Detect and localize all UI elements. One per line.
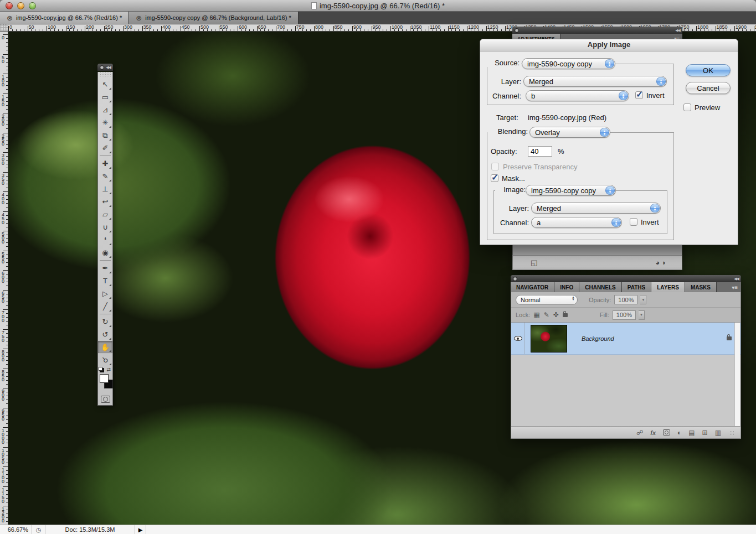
type-tool[interactable]: T (98, 274, 112, 287)
mask-layer-select[interactable]: Merged ▲▼ (531, 203, 661, 214)
preview-checkbox[interactable] (683, 103, 691, 111)
default-colors-icon[interactable] (100, 368, 104, 372)
lasso-tool[interactable]: ⊿ (98, 103, 112, 116)
layers-panel-header[interactable]: ◀◀ (511, 275, 741, 282)
lock-transparency-icon[interactable]: ▦ (533, 311, 539, 319)
panel-resize-grip[interactable] (729, 431, 734, 435)
ruler-minor-tick (6, 392, 8, 392)
expand-panel-icon[interactable]: ◱ (531, 258, 537, 267)
quick-selection-tool[interactable]: ✳ (98, 116, 112, 129)
pen-tool[interactable]: ✒ (98, 262, 112, 274)
mask-channel-select[interactable]: a ▲▼ (531, 217, 622, 228)
document-tab[interactable]: ⊗img-5590-copy.jpg @ 66.7% (Red/16) * (0, 12, 129, 24)
zoom-level-field[interactable]: 66.67% (0, 525, 32, 534)
tab-layers[interactable]: LAYERS (651, 282, 685, 292)
layer-opacity-field[interactable]: 100% (614, 295, 637, 304)
gradient-tool[interactable]: ∪ (98, 221, 112, 234)
tab-paths[interactable]: PATHS (622, 282, 651, 292)
layer-name[interactable]: Background (582, 335, 614, 342)
layer-style-icon[interactable]: fx (650, 429, 656, 436)
toggle-visibility-icon[interactable]: ◕ (655, 258, 660, 267)
rotate-3d-tool[interactable]: ↻ (98, 315, 112, 328)
lock-all-icon[interactable] (563, 313, 568, 317)
panel-close-icon[interactable] (515, 28, 519, 33)
ruler-tick (219, 26, 219, 31)
fill-dropdown-icon[interactable]: ▼ (639, 310, 645, 320)
source-channel-select[interactable]: b ▲▼ (526, 90, 629, 101)
adjustments-panel-header[interactable]: ◀◀ (512, 27, 682, 34)
tab-channels[interactable]: CHANNELS (579, 282, 622, 292)
ok-button[interactable]: OK (686, 64, 731, 76)
delete-layer-icon[interactable]: ▥ (715, 429, 721, 437)
mask-invert-checkbox[interactable] (630, 218, 637, 226)
tab-info[interactable]: INFO (554, 282, 579, 292)
opacity-input[interactable] (528, 146, 552, 157)
history-brush-tool[interactable]: ↩ (98, 195, 112, 208)
zoom-tool[interactable]: ⚲ (98, 354, 112, 366)
path-selection-tool[interactable]: ▷ (98, 287, 112, 300)
blur-tool[interactable]: ❛ (98, 234, 112, 246)
panel-collapse-icon[interactable]: ◀◀ (734, 277, 739, 281)
doc-size-field[interactable]: Doc: 15.3M/15.3M (45, 525, 135, 534)
line-tool[interactable]: ╱ (98, 300, 112, 313)
quick-mask-button[interactable] (101, 396, 110, 403)
foreground-color-swatch[interactable] (100, 374, 109, 383)
eraser-tool[interactable]: ▱ (98, 208, 112, 221)
clone-stamp-tool[interactable]: ⊥ (98, 183, 112, 195)
move-tool[interactable]: ↖ (98, 78, 112, 91)
lock-position-icon[interactable]: ✜ (553, 311, 559, 319)
ruler-label: 5 0 (2, 56, 4, 64)
cancel-button[interactable]: Cancel (686, 82, 731, 94)
toolbar-grip[interactable] (100, 72, 111, 77)
panel-close-icon[interactable] (100, 65, 104, 70)
ruler-minor-tick (6, 203, 8, 204)
ruler-label: 1 1 5 0 (2, 488, 4, 504)
tab-close-icon[interactable]: ⊗ (7, 14, 13, 22)
link-layers-icon[interactable]: ☍ (636, 429, 643, 437)
tab-masks[interactable]: MASKS (685, 282, 717, 292)
tab-navigator[interactable]: NAVIGATOR (511, 282, 554, 292)
panel-collapse-icon[interactable]: ◀◀ (106, 65, 111, 70)
layers-scrollbar[interactable] (734, 323, 740, 426)
ruler-minor-tick (6, 423, 8, 424)
hand-tool[interactable]: ✋ (98, 341, 112, 354)
panel-menu-icon[interactable]: ▾≡ (732, 284, 738, 291)
tab-close-icon[interactable]: ⊗ (136, 14, 142, 22)
layer-thumbnail[interactable] (531, 325, 567, 352)
source-invert-checkbox[interactable] (635, 91, 643, 99)
mask-image-select[interactable]: img-5590-copy copy ▲▼ (526, 185, 616, 196)
document-tab[interactable]: ⊗img-5590-copy copy @ 66.7% (Background,… (129, 12, 299, 24)
mask-checkbox[interactable] (491, 174, 498, 182)
swap-colors-icon[interactable]: ⇄ (106, 367, 111, 372)
new-adjustment-layer-icon[interactable]: ◐ (677, 429, 681, 437)
rectangular-marquee-tool[interactable]: ▭ (98, 91, 112, 103)
previous-state-icon[interactable]: ◗ (662, 258, 666, 267)
brush-tool[interactable]: ✎ (98, 170, 112, 183)
ruler-minor-tick (306, 29, 307, 31)
source-layer-select[interactable]: Merged ▲▼ (523, 76, 667, 87)
layer-visibility-toggle[interactable] (511, 323, 525, 354)
ruler-tick (123, 26, 124, 31)
layer-fill-field[interactable]: 100% (613, 310, 636, 320)
layer-row-background[interactable]: Background (511, 323, 740, 355)
panel-collapse-icon[interactable]: ◀◀ (675, 28, 680, 33)
orbit-3d-tool[interactable]: ↺ (98, 328, 112, 341)
eyedropper-tool[interactable]: ✐ (98, 142, 112, 154)
source-select[interactable]: img-5590-copy copy ▲▼ (522, 58, 615, 69)
blending-select[interactable]: Overlay ▲▼ (529, 127, 610, 138)
blend-mode-select[interactable]: Normal ▲▼ (516, 295, 578, 305)
dodge-tool[interactable]: ◉ (98, 246, 112, 259)
new-group-icon[interactable]: ▤ (688, 429, 695, 437)
panel-close-icon[interactable] (513, 277, 517, 281)
ruler-minor-tick (344, 29, 345, 31)
tools-panel-header[interactable]: ◀◀ (97, 64, 113, 71)
status-icon[interactable]: ◷ (32, 525, 45, 534)
add-layer-mask-icon[interactable] (663, 429, 670, 436)
opacity-dropdown-icon[interactable]: ▼ (640, 295, 646, 304)
spot-healing-brush-tool[interactable]: ✚ (98, 157, 112, 170)
lock-paint-icon[interactable]: ✎ (544, 311, 549, 319)
new-layer-icon[interactable]: ⊞ (702, 429, 708, 437)
crop-tool[interactable]: ⧉ (98, 129, 112, 142)
status-flyout-icon[interactable]: ▶ (135, 525, 146, 534)
dialog-title[interactable]: Apply Image (480, 39, 738, 51)
